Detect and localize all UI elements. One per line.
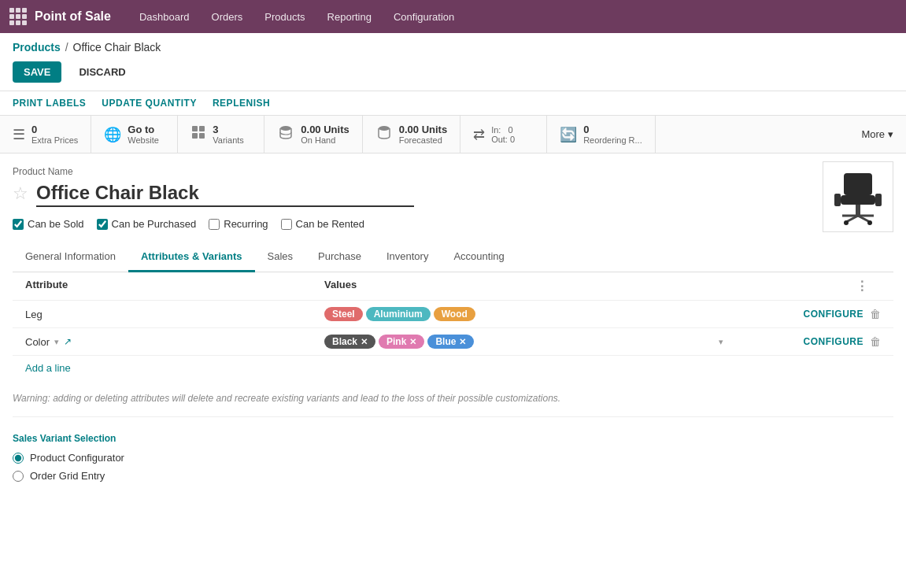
product-image[interactable] <box>823 161 893 232</box>
tab-attributes-variants[interactable]: Attributes & Variants <box>128 242 255 272</box>
breadcrumb-link[interactable]: Products <box>13 41 61 54</box>
svg-rect-7 <box>841 195 875 205</box>
reordering-count: 0 <box>583 124 642 135</box>
variants-label: Variants <box>213 135 244 145</box>
remove-pink-icon[interactable]: ✕ <box>409 337 416 347</box>
svg-rect-2 <box>192 133 198 139</box>
svg-point-14 <box>844 220 849 225</box>
tag-wood: Wood <box>434 307 475 321</box>
replenish-btn[interactable]: REPLENISH <box>213 98 270 109</box>
attr-values-leg: Steel Aluminium Wood <box>324 307 723 321</box>
product-name-input[interactable] <box>36 180 414 207</box>
stat-reordering[interactable]: 🔄 0 Reordering R... <box>547 116 656 153</box>
variants-count: 3 <box>213 124 244 135</box>
nav-reporting[interactable]: Reporting <box>318 6 381 28</box>
attr-actions-leg: CONFIGURE 🗑 <box>723 308 881 320</box>
remove-blue-icon[interactable]: ✕ <box>459 337 466 347</box>
variants-icon <box>190 124 206 144</box>
chevron-down-icon: ▾ <box>888 128 893 140</box>
stat-variants[interactable]: 3 Variants <box>178 116 264 153</box>
svg-point-5 <box>379 126 390 131</box>
color-external-link-icon[interactable]: ↗ <box>64 336 72 347</box>
svg-rect-3 <box>199 133 205 139</box>
stat-extra-prices[interactable]: ☰ 0 Extra Prices <box>0 116 91 153</box>
product-configurator-option[interactable]: Product Configurator <box>13 452 893 464</box>
favorite-icon[interactable]: ☆ <box>13 183 28 204</box>
svg-point-15 <box>867 220 872 225</box>
tab-inventory[interactable]: Inventory <box>374 242 441 272</box>
configure-leg-button[interactable]: CONFIGURE <box>804 309 864 320</box>
remove-black-icon[interactable]: ✕ <box>361 337 368 347</box>
product-form: Product Name ☆ Can be Sold Can be Purcha… <box>0 153 906 272</box>
stat-forecasted[interactable]: 0.00 Units Forecasted <box>363 116 460 153</box>
delete-color-icon[interactable]: 🗑 <box>870 335 881 348</box>
forecast-icon <box>375 124 393 145</box>
goto-website-main: Go to <box>128 124 159 135</box>
save-button[interactable]: SAVE <box>13 61 61 83</box>
breadcrumb: Products / Office Chair Black <box>0 33 906 58</box>
navbar-brand[interactable]: Point of Sale <box>35 9 111 24</box>
col-attribute-header: Attribute <box>25 279 324 294</box>
delete-leg-icon[interactable]: 🗑 <box>870 308 881 320</box>
can-be-rented-checkbox[interactable]: Can be Rented <box>281 218 364 230</box>
stat-in-out[interactable]: ⇄ In: 0 Out: 0 <box>460 116 547 153</box>
extra-prices-label: Extra Prices <box>31 135 78 145</box>
nav-configuration[interactable]: Configuration <box>384 6 464 28</box>
attributes-tab-content: Attribute Values ⋮ Leg Steel Aluminium W… <box>0 272 906 380</box>
table-row: Color ▾ ↗ Black ✕ Pink ✕ Blue ✕ ▾ CONFIG… <box>13 328 893 356</box>
breadcrumb-separator: / <box>65 41 68 54</box>
list-icon: ☰ <box>13 126 25 143</box>
warning-text: Warning: adding or deleting attributes w… <box>0 380 906 410</box>
col-values-header: Values <box>324 279 723 294</box>
can-be-purchased-checkbox[interactable]: Can be Purchased <box>97 218 197 230</box>
variant-selection-title: Sales Variant Selection <box>13 433 893 444</box>
stat-on-hand[interactable]: 0.00 Units On Hand <box>264 116 362 153</box>
on-hand-main: 0.00 Units <box>301 124 349 135</box>
stats-bar: ☰ 0 Extra Prices 🌐 Go to Website 3 Varia… <box>0 116 906 153</box>
nav-dashboard[interactable]: Dashboard <box>130 6 199 28</box>
more-label: More <box>861 128 885 140</box>
variant-selection: Sales Variant Selection Product Configur… <box>0 423 906 497</box>
svg-rect-0 <box>192 126 198 131</box>
attr-name-leg: Leg <box>25 309 324 320</box>
action-bar: SAVE DISCARD <box>0 58 906 91</box>
tab-purchase[interactable]: Purchase <box>305 242 374 272</box>
svg-rect-9 <box>875 194 882 206</box>
tab-general-information[interactable]: General Information <box>13 242 128 272</box>
more-button[interactable]: More ▾ <box>849 116 906 153</box>
add-line-button[interactable]: Add a line <box>13 356 893 380</box>
configure-color-button[interactable]: CONFIGURE <box>804 336 864 347</box>
on-hand-label: On Hand <box>301 135 349 145</box>
box-icon <box>277 124 294 145</box>
discard-button[interactable]: DISCARD <box>68 61 136 83</box>
recurring-checkbox[interactable]: Recurring <box>209 218 268 230</box>
color-dropdown-icon[interactable]: ▾ <box>54 337 59 347</box>
table-options-icon[interactable]: ⋮ <box>843 273 881 299</box>
extra-prices-count: 0 <box>31 124 78 135</box>
tag-blue: Blue ✕ <box>427 335 474 349</box>
can-be-sold-checkbox[interactable]: Can be Sold <box>13 218 84 230</box>
divider <box>13 416 893 417</box>
attr-values-color: Black ✕ Pink ✕ Blue ✕ ▾ <box>324 335 723 349</box>
product-configurator-label: Product Configurator <box>30 452 124 464</box>
stat-go-to-website[interactable]: 🌐 Go to Website <box>91 116 178 153</box>
breadcrumb-current: Office Chair Black <box>73 41 161 54</box>
globe-icon: 🌐 <box>104 126 121 143</box>
print-labels-btn[interactable]: PRINT LABELS <box>13 98 86 109</box>
tag-black: Black ✕ <box>324 335 375 349</box>
apps-icon[interactable] <box>9 8 27 25</box>
tab-sales[interactable]: Sales <box>255 242 306 272</box>
update-quantity-btn[interactable]: UPDATE QUANTITY <box>102 98 197 109</box>
order-grid-entry-label: Order Grid Entry <box>30 470 105 482</box>
order-grid-entry-option[interactable]: Order Grid Entry <box>13 470 893 482</box>
reorder-icon: 🔄 <box>560 126 577 143</box>
svg-rect-6 <box>844 173 872 195</box>
tag-aluminium: Aluminium <box>366 307 431 321</box>
nav-orders[interactable]: Orders <box>202 6 253 28</box>
nav-products[interactable]: Products <box>255 6 314 28</box>
tab-accounting[interactable]: Accounting <box>441 242 516 272</box>
product-name-label: Product Name <box>13 166 893 177</box>
tabs-row: General Information Attributes & Variant… <box>13 242 893 272</box>
navbar-menu: Dashboard Orders Products Reporting Conf… <box>130 6 464 28</box>
in-label: In: 0 <box>491 125 515 135</box>
